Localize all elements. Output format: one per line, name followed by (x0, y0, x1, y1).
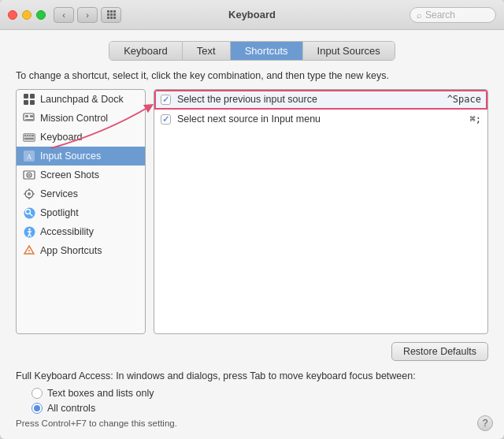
radio-circle-text-boxes (32, 388, 43, 399)
sidebar-item-spotlight[interactable]: Spotlight (17, 203, 145, 222)
checkbox-next-input[interactable]: ✓ (161, 114, 171, 125)
shortcuts-panel: ✓ Select the previous input source ^Spac… (154, 89, 488, 334)
svg-rect-6 (30, 115, 33, 117)
sidebar: Launchpad & Dock Mission Control (16, 89, 146, 334)
svg-point-18 (28, 174, 31, 177)
tab-text[interactable]: Text (183, 42, 231, 60)
svg-rect-12 (32, 135, 34, 136)
checkbox-prev-input[interactable]: ✓ (161, 95, 171, 105)
shortcut-row-next-input[interactable]: ✓ Select next source in Input menu ⌘; (154, 110, 487, 128)
svg-rect-7 (25, 119, 33, 121)
tab-shortcuts[interactable]: Shortcuts (231, 42, 303, 60)
radio-dot-all-controls (34, 405, 40, 411)
sidebar-label-mission: Mission Control (40, 113, 108, 124)
spotlight-icon (23, 206, 35, 219)
services-icon (23, 188, 35, 200)
sidebar-label-screenshots: Screen Shots (40, 169, 99, 180)
sidebar-label-app-shortcuts: App Shortcuts (40, 245, 102, 256)
fka-title: Full Keyboard Access: In windows and dia… (16, 370, 488, 381)
svg-rect-2 (24, 100, 28, 105)
svg-rect-0 (24, 94, 28, 99)
launchpad-icon (23, 93, 35, 106)
radio-all-controls[interactable]: All controls (32, 403, 488, 414)
svg-rect-1 (30, 94, 35, 99)
tab-keyboard[interactable]: Keyboard (109, 42, 183, 60)
content-area: Keyboard Text Shortcuts Input Sources To… (0, 30, 504, 439)
mission-icon (23, 112, 35, 125)
sidebar-label-services: Services (40, 188, 78, 199)
minimize-button[interactable] (22, 10, 32, 20)
radio-group: Text boxes and lists only All controls (32, 388, 488, 414)
accessibility-icon (23, 225, 35, 238)
svg-point-36 (28, 252, 30, 254)
tab-input-sources[interactable]: Input Sources (303, 42, 395, 60)
grid-icon (107, 10, 116, 19)
sidebar-label-launchpad: Launchpad & Dock (40, 94, 124, 105)
main-panel: Launchpad & Dock Mission Control (16, 89, 488, 334)
fka-section: Full Keyboard Access: In windows and dia… (16, 370, 488, 428)
window-title: Keyboard (228, 9, 276, 20)
svg-rect-13 (24, 138, 34, 140)
sidebar-label-keyboard: Keyboard (40, 132, 83, 143)
sidebar-item-app-shortcuts[interactable]: App Shortcuts (17, 241, 145, 260)
sidebar-item-keyboard[interactable]: Keyboard (17, 128, 145, 147)
svg-point-29 (28, 228, 31, 230)
sidebar-item-accessibility[interactable]: Accessibility (17, 222, 145, 241)
radio-label-all-controls: All controls (47, 403, 95, 414)
close-button[interactable] (8, 10, 17, 20)
radio-label-text-boxes: Text boxes and lists only (47, 388, 154, 399)
tab-group: Keyboard Text Shortcuts Input Sources (109, 41, 395, 61)
sidebar-label-input-sources: Input Sources (40, 151, 101, 162)
sidebar-item-screenshots[interactable]: Screen Shots (17, 166, 145, 184)
search-icon: ⌕ (417, 10, 422, 20)
keyboard-icon (23, 131, 35, 143)
sidebar-item-launchpad[interactable]: Launchpad & Dock (17, 90, 145, 109)
sidebar-label-spotlight: Spotlight (40, 207, 79, 218)
instruction-text: To change a shortcut, select it, click t… (16, 70, 488, 81)
svg-rect-11 (29, 135, 31, 136)
grid-button[interactable] (101, 7, 121, 23)
svg-rect-3 (30, 100, 35, 105)
screenshots-icon (23, 169, 35, 181)
shortcuts-list: ✓ Select the previous input source ^Spac… (154, 89, 488, 334)
restore-defaults-button[interactable]: Restore Defaults (391, 342, 488, 361)
radio-text-boxes[interactable]: Text boxes and lists only (32, 388, 488, 399)
maximize-button[interactable] (36, 10, 46, 20)
bottom-area: Restore Defaults (16, 342, 488, 361)
nav-buttons: ‹ › (54, 7, 98, 23)
sidebar-item-input-sources[interactable]: A Input Sources (17, 147, 145, 166)
shortcut-row-prev-input[interactable]: ✓ Select the previous input source ^Spac… (154, 90, 487, 110)
help-button[interactable]: ? (477, 415, 493, 431)
fka-hint: Press Control+F7 to change this setting. (16, 419, 488, 428)
shortcut-key-next-input: ⌘; (470, 113, 481, 125)
back-button[interactable]: ‹ (54, 7, 74, 23)
checkmark-prev: ✓ (162, 95, 169, 105)
radio-circle-all-controls (32, 403, 43, 414)
shortcut-label-prev-input: Select the previous input source (177, 94, 447, 105)
app-shortcuts-icon (23, 244, 35, 257)
svg-point-20 (28, 192, 31, 195)
window: ‹ › Keyboard ⌕ Search Keyboard Text Shor… (0, 0, 504, 439)
shortcut-key-prev-input: ^Space (447, 94, 481, 105)
svg-rect-9 (24, 135, 26, 136)
input-sources-icon: A (23, 150, 35, 162)
sidebar-item-mission[interactable]: Mission Control (17, 109, 145, 128)
shortcut-label-next-input: Select next source in Input menu (177, 113, 470, 125)
sidebar-item-services[interactable]: Services (17, 184, 145, 203)
tab-bar: Keyboard Text Shortcuts Input Sources (16, 41, 488, 61)
titlebar: ‹ › Keyboard ⌕ Search (0, 0, 504, 30)
svg-text:A: A (27, 153, 32, 161)
search-box[interactable]: ⌕ Search (410, 7, 496, 23)
checkmark-next: ✓ (162, 114, 169, 125)
traffic-lights (8, 10, 46, 20)
svg-rect-5 (25, 115, 28, 117)
svg-rect-10 (27, 135, 28, 136)
forward-button[interactable]: › (77, 7, 98, 23)
sidebar-label-accessibility: Accessibility (40, 226, 94, 237)
search-placeholder: Search (425, 9, 455, 20)
